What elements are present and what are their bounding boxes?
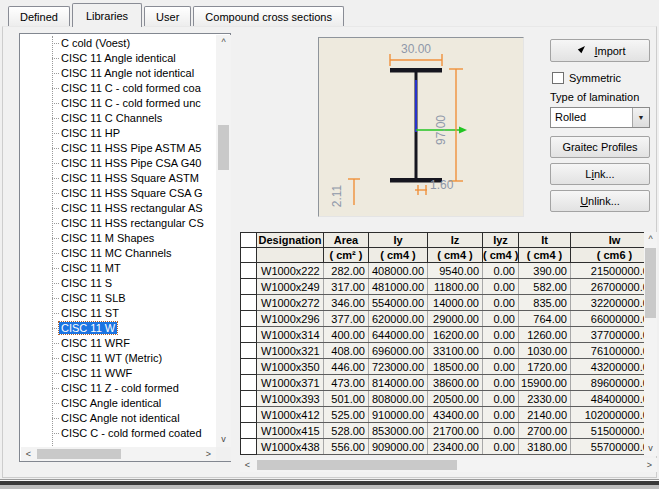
value-cell[interactable]: 446.00 [324,359,369,375]
value-cell[interactable]: 582.00 [519,279,571,295]
value-cell[interactable]: 377.00 [324,311,369,327]
column-header[interactable]: It [519,233,571,248]
list-item[interactable]: CISC 11 Angle identical [21,51,215,66]
value-cell[interactable]: 3180.00 [519,439,571,455]
value-cell[interactable]: 282.00 [324,263,369,279]
value-cell[interactable]: 102000000.00 [571,407,645,423]
designation-cell[interactable]: W1000x393 [257,391,324,407]
table-hscrollbar[interactable]: < > [240,458,657,472]
list-item[interactable]: CISC Angle identical [21,396,215,411]
column-header[interactable]: Iyz [483,233,519,248]
scroll-right-icon[interactable]: > [201,447,216,461]
lamination-combobox[interactable]: Rolled ▼ [550,107,650,128]
row-selector[interactable] [241,327,257,343]
designation-cell[interactable]: W1000x296 [257,311,324,327]
list-item[interactable]: CISC Angle not identical [21,411,215,426]
list-item[interactable]: CISC 11 W [21,321,215,336]
table-scroll-up-icon[interactable]: ^ [644,232,657,247]
designation-cell[interactable]: W1000x321 [257,343,324,359]
value-cell[interactable]: 0.00 [483,327,519,343]
value-cell[interactable]: 21700.00 [428,423,483,439]
list-item[interactable]: CISC 11 WT (Metric) [21,351,215,366]
list-hscroll-thumb[interactable] [37,449,121,459]
value-cell[interactable]: 408.00 [324,343,369,359]
list-item[interactable]: C cold (Voest) [21,36,215,51]
column-header[interactable]: Area [324,233,369,248]
designation-cell[interactable]: W1000x438 [257,439,324,455]
graitec-profiles-button[interactable]: Graitec Profiles [550,136,650,158]
value-cell[interactable]: 9540.00 [428,263,483,279]
value-cell[interactable]: 43400.00 [428,407,483,423]
list-item[interactable]: CISC 11 WRF [21,336,215,351]
value-cell[interactable]: 481000.00 [369,279,428,295]
row-selector-header[interactable] [241,248,257,263]
chevron-down-icon[interactable]: ▼ [632,108,649,127]
value-cell[interactable]: 400.00 [324,327,369,343]
value-cell[interactable]: 15900.00 [519,375,571,391]
row-selector[interactable] [241,295,257,311]
column-header[interactable]: Iz [428,233,483,248]
value-cell[interactable]: 528.00 [324,423,369,439]
designation-cell[interactable]: W1000x222 [257,263,324,279]
value-cell[interactable]: 835.00 [519,295,571,311]
list-item[interactable]: CISC 11 HSS Square CSA G [21,186,215,201]
list-item[interactable]: CISC 11 S [21,276,215,291]
value-cell[interactable]: 556.00 [324,439,369,455]
value-cell[interactable]: 0.00 [483,295,519,311]
value-cell[interactable]: 0.00 [483,343,519,359]
value-cell[interactable]: 620000.00 [369,311,428,327]
column-header[interactable]: Iw [571,233,645,248]
list-item[interactable]: CISC 11 HSS rectangular AS [21,201,215,216]
symmetric-checkbox[interactable] [552,72,564,84]
value-cell[interactable]: 346.00 [324,295,369,311]
value-cell[interactable]: 0.00 [483,391,519,407]
value-cell[interactable]: 55700000.00 [571,439,645,455]
value-cell[interactable]: 89600000.00 [571,375,645,391]
row-selector[interactable] [241,423,257,439]
tab-user[interactable]: User [144,6,191,27]
scroll-up-icon[interactable]: ^ [216,35,231,50]
list-item[interactable]: CISC 11 Angle not identical [21,66,215,81]
value-cell[interactable]: 1720.00 [519,359,571,375]
table-scroll-down-icon[interactable]: v [644,441,657,456]
value-cell[interactable]: 473.00 [324,375,369,391]
value-cell[interactable]: 23400.00 [428,439,483,455]
value-cell[interactable]: 2700.00 [519,423,571,439]
value-cell[interactable]: 0.00 [483,407,519,423]
value-cell[interactable]: 38600.00 [428,375,483,391]
list-item[interactable]: CISC 11 MC Channels [21,246,215,261]
value-cell[interactable]: 0.00 [483,263,519,279]
list-item[interactable]: CISC 11 HP [21,126,215,141]
row-selector[interactable] [241,343,257,359]
value-cell[interactable]: 0.00 [483,439,519,455]
value-cell[interactable]: 0.00 [483,423,519,439]
designation-cell[interactable]: W1000x249 [257,279,324,295]
value-cell[interactable]: 18500.00 [428,359,483,375]
value-cell[interactable]: 11800.00 [428,279,483,295]
list-vscroll-thumb[interactable] [218,125,229,170]
row-selector[interactable] [241,263,257,279]
value-cell[interactable]: 814000.00 [369,375,428,391]
value-cell[interactable]: 317.00 [324,279,369,295]
value-cell[interactable]: 20500.00 [428,391,483,407]
list-vscrollbar[interactable]: ^ v [216,35,231,447]
designation-cell[interactable]: W1000x272 [257,295,324,311]
table-scroll-right-icon[interactable]: > [642,458,657,472]
table-hscroll-thumb[interactable] [257,460,457,470]
row-selector[interactable] [241,359,257,375]
table-vscrollbar[interactable]: ^ v [644,232,657,456]
list-item[interactable]: CISC 11 HSS Pipe ASTM A5 [21,141,215,156]
row-selector[interactable] [241,311,257,327]
list-item[interactable]: CISC 11 SLB [21,291,215,306]
designation-cell[interactable]: W1000x371 [257,375,324,391]
tab-compound-cross-sections[interactable]: Compound cross sections [193,6,344,27]
scroll-down-icon[interactable]: v [216,432,231,447]
value-cell[interactable]: 1260.00 [519,327,571,343]
value-cell[interactable]: 554000.00 [369,295,428,311]
value-cell[interactable]: 909000.00 [369,439,428,455]
value-cell[interactable]: 32200000.00 [571,295,645,311]
table-scroll-left-icon[interactable]: < [240,458,255,472]
value-cell[interactable]: 2330.00 [519,391,571,407]
value-cell[interactable]: 48400000.00 [571,391,645,407]
value-cell[interactable]: 853000.00 [369,423,428,439]
